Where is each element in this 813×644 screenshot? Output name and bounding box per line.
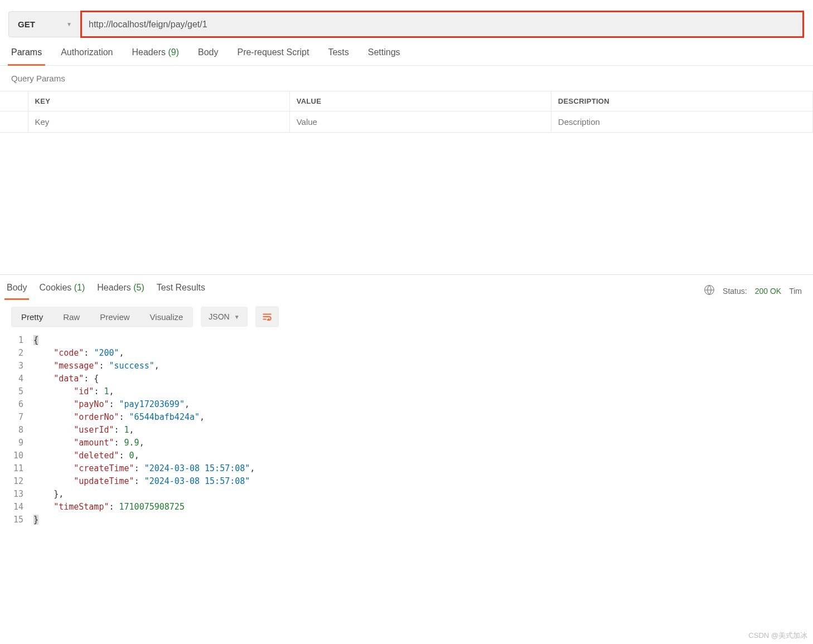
view-visualize[interactable]: Visualize xyxy=(140,307,193,327)
params-key-header: KEY xyxy=(28,91,289,112)
params-key-input[interactable] xyxy=(35,117,283,127)
code-line: 1{ xyxy=(11,334,802,347)
code-line: 13 }, xyxy=(11,488,802,501)
request-bar: GET ▼ xyxy=(8,11,805,37)
response-tab-test-results[interactable]: Test Results xyxy=(157,283,205,299)
code-line: 8 "userId": 1, xyxy=(11,424,802,437)
code-line: 4 "data": { xyxy=(11,372,802,385)
response-tab-cookies[interactable]: Cookies (1) xyxy=(39,283,85,299)
params-desc-input[interactable] xyxy=(558,117,806,127)
request-tabs: ParamsAuthorizationHeaders (9)BodyPre-re… xyxy=(0,37,813,66)
code-line: 6 "payNo": "pay17203699", xyxy=(11,398,802,411)
query-params-label: Query Params xyxy=(0,66,813,91)
format-select[interactable]: JSON ▼ xyxy=(201,307,247,327)
params-row xyxy=(0,112,813,133)
response-tab-body[interactable]: Body xyxy=(7,283,27,299)
params-row-checkbox[interactable] xyxy=(0,112,28,133)
wrap-lines-button[interactable] xyxy=(255,306,279,327)
tab-headers[interactable]: Headers (9) xyxy=(132,47,179,65)
code-line: 2 "code": "200", xyxy=(11,347,802,360)
globe-icon[interactable] xyxy=(704,284,715,298)
chevron-down-icon: ▼ xyxy=(66,21,72,27)
code-line: 15} xyxy=(11,514,802,526)
chevron-down-icon: ▼ xyxy=(234,314,240,320)
status-area: Status: 200 OK Tim xyxy=(704,284,802,298)
status-value: 200 OK xyxy=(755,287,781,296)
http-method-select[interactable]: GET ▼ xyxy=(9,12,81,37)
view-toolbar: PrettyRawPreviewVisualize JSON ▼ xyxy=(0,299,813,334)
status-label: Status: xyxy=(723,287,747,296)
code-line: 9 "amount": 9.9, xyxy=(11,437,802,449)
code-line: 11 "createTime": "2024-03-08 15:57:08", xyxy=(11,462,802,475)
tab-tests[interactable]: Tests xyxy=(328,47,349,65)
url-input-wrapper xyxy=(80,11,804,38)
response-tabs: BodyCookies (1)Headers (5)Test Results S… xyxy=(0,275,813,299)
wrap-icon xyxy=(262,313,272,321)
code-line: 3 "message": "success", xyxy=(11,360,802,372)
code-line: 7 "orderNo": "6544bafb424a", xyxy=(11,411,802,424)
tab-authorization[interactable]: Authorization xyxy=(61,47,113,65)
tab-body[interactable]: Body xyxy=(198,47,218,65)
view-pretty[interactable]: Pretty xyxy=(11,307,53,327)
spacer xyxy=(0,133,813,275)
response-tab-headers[interactable]: Headers (5) xyxy=(97,283,144,299)
tab-settings[interactable]: Settings xyxy=(368,47,400,65)
code-line: 14 "timeStamp": 1710075908725 xyxy=(11,501,802,514)
response-body[interactable]: 1{2 "code": "200",3 "message": "success"… xyxy=(0,334,813,538)
code-line: 5 "id": 1, xyxy=(11,385,802,398)
time-label: Tim xyxy=(789,287,802,296)
url-input[interactable] xyxy=(89,13,796,36)
params-checkbox-header xyxy=(0,91,28,112)
params-value-header: VALUE xyxy=(289,91,551,112)
params-desc-header: DESCRIPTION xyxy=(551,91,812,112)
format-label: JSON xyxy=(209,312,229,321)
params-value-input[interactable] xyxy=(297,117,544,127)
tab-pre-request-script[interactable]: Pre-request Script xyxy=(237,47,309,65)
code-line: 10 "deleted": 0, xyxy=(11,449,802,462)
code-line: 12 "updateTime": "2024-03-08 15:57:08" xyxy=(11,475,802,488)
http-method-label: GET xyxy=(18,20,35,29)
params-table: KEY VALUE DESCRIPTION xyxy=(0,91,813,133)
view-preview[interactable]: Preview xyxy=(90,307,139,327)
view-mode-group: PrettyRawPreviewVisualize xyxy=(11,307,193,327)
tab-params[interactable]: Params xyxy=(11,47,42,65)
view-raw[interactable]: Raw xyxy=(53,307,90,327)
